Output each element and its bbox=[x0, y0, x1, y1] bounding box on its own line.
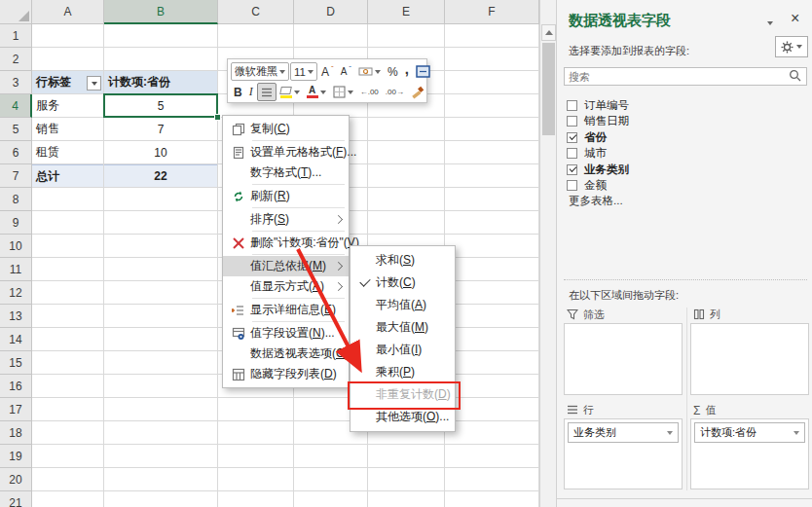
menu-item[interactable]: 隐藏字段列表(D) bbox=[223, 364, 349, 384]
field-item-销售日期[interactable]: 销售日期 bbox=[567, 114, 629, 129]
menu-item[interactable]: 复制(C) bbox=[223, 119, 349, 139]
row-header-17[interactable]: 17 bbox=[0, 398, 32, 421]
values-field-pill[interactable]: 计数项:省份 bbox=[694, 422, 805, 443]
submenu-item[interactable]: 平均值(A) bbox=[351, 294, 455, 316]
more-tables-link[interactable]: 更多表格... bbox=[569, 194, 623, 208]
row-header-7[interactable]: 7 bbox=[0, 164, 32, 188]
field-checkbox[interactable] bbox=[567, 180, 577, 191]
columns-drop-area[interactable] bbox=[690, 323, 809, 395]
column-header-B[interactable]: B bbox=[104, 0, 218, 24]
field-list-options-button[interactable] bbox=[775, 36, 808, 57]
row-labels-filter-button[interactable] bbox=[87, 76, 101, 91]
scrollbar-thumb[interactable] bbox=[542, 43, 555, 135]
grow-font-button[interactable]: Aˆ bbox=[318, 62, 337, 81]
column-header-F[interactable]: F bbox=[445, 0, 539, 24]
fill-color-button[interactable] bbox=[277, 83, 303, 101]
row-header-4[interactable]: 4 bbox=[0, 94, 32, 118]
row-header-5[interactable]: 5 bbox=[0, 118, 32, 141]
field-checkbox[interactable] bbox=[567, 132, 577, 143]
decrease-decimal-button[interactable]: .00→ bbox=[383, 83, 407, 101]
format-painter-button[interactable] bbox=[408, 83, 427, 101]
column-header-D[interactable]: D bbox=[294, 0, 368, 24]
row-header-1[interactable]: 1 bbox=[0, 24, 32, 48]
menu-item[interactable]: 刷新(R) bbox=[223, 186, 349, 206]
column-header-A[interactable]: A bbox=[32, 0, 104, 24]
select-all-corner[interactable] bbox=[0, 0, 32, 24]
field-checkbox[interactable] bbox=[567, 100, 577, 111]
row-header-6[interactable]: 6 bbox=[0, 141, 32, 164]
column-header-E[interactable]: E bbox=[368, 0, 445, 24]
pivot-row-value-1[interactable]: 5 bbox=[104, 94, 217, 117]
rows-field-pill[interactable]: 业务类别 bbox=[568, 422, 679, 443]
field-item-金额[interactable]: 金额 bbox=[567, 178, 607, 194]
field-checkbox[interactable] bbox=[567, 116, 577, 127]
row-header-16[interactable]: 16 bbox=[0, 375, 32, 398]
menu-item[interactable]: 排序(S) bbox=[223, 209, 349, 230]
values-drop-area[interactable]: 计数项:省份 bbox=[690, 418, 809, 489]
row-header-15[interactable]: 15 bbox=[0, 351, 32, 375]
vertical-scrollbar[interactable] bbox=[539, 0, 556, 507]
row-header-9[interactable]: 9 bbox=[0, 211, 32, 235]
field-item-业务类别[interactable]: 业务类别 bbox=[567, 162, 629, 177]
fill-handle[interactable] bbox=[214, 114, 221, 121]
field-item-省份[interactable]: 省份 bbox=[567, 129, 607, 145]
menu-item[interactable]: 删除"计数项:省份"(V) bbox=[223, 233, 349, 253]
scrollbar-up-button[interactable] bbox=[541, 24, 556, 41]
submenu-item[interactable]: 非重复计数(D) bbox=[351, 383, 455, 406]
panel-chevron-down-icon[interactable] bbox=[767, 21, 773, 25]
center-align-button[interactable] bbox=[257, 83, 277, 101]
row-header-20[interactable]: 20 bbox=[0, 468, 32, 491]
shrink-font-button[interactable]: Aˇ bbox=[338, 62, 354, 81]
menu-item[interactable]: 显示详细信息(E) bbox=[223, 300, 349, 320]
menu-item[interactable]: 值显示方式(A) bbox=[223, 276, 349, 297]
field-item-城市[interactable]: 城市 bbox=[567, 146, 607, 162]
menu-item[interactable]: 数字格式(T)... bbox=[223, 163, 349, 183]
pivot-total-label[interactable]: 总计 bbox=[32, 164, 103, 187]
row-header-2[interactable]: 2 bbox=[0, 48, 32, 71]
menu-item[interactable]: 值汇总依据(M) bbox=[223, 256, 349, 276]
field-checkbox[interactable] bbox=[567, 164, 577, 175]
filters-drop-area[interactable] bbox=[564, 323, 683, 395]
row-header-13[interactable]: 13 bbox=[0, 305, 32, 328]
menu-item[interactable]: 值字段设置(N)... bbox=[223, 323, 349, 344]
submenu-item[interactable]: 最大值(M) bbox=[351, 316, 455, 339]
font-size-select[interactable]: 11 bbox=[290, 62, 317, 81]
row-header-10[interactable]: 10 bbox=[0, 235, 32, 258]
field-checkbox[interactable] bbox=[567, 148, 577, 159]
column-header-C[interactable]: C bbox=[218, 0, 294, 24]
pivot-row-label-2[interactable]: 销售 bbox=[32, 118, 103, 140]
menu-item[interactable]: 设置单元格格式(F)... bbox=[223, 142, 349, 163]
font-name-select[interactable]: 微软雅黑 bbox=[231, 62, 289, 81]
pivot-total-value[interactable]: 22 bbox=[104, 164, 217, 187]
pivot-row-label-1[interactable]: 服务 bbox=[32, 94, 103, 117]
rows-drop-area[interactable]: 业务类别 bbox=[564, 418, 683, 489]
comma-style-button[interactable]: , bbox=[402, 62, 412, 81]
row-header-11[interactable]: 11 bbox=[0, 258, 32, 281]
row-header-21[interactable]: 21 bbox=[0, 491, 32, 507]
percent-style-button[interactable]: % bbox=[385, 62, 401, 81]
italic-button[interactable]: I bbox=[246, 83, 256, 101]
pivot-row-label-3[interactable]: 租赁 bbox=[32, 141, 103, 163]
close-icon[interactable]: × bbox=[791, 10, 799, 27]
borders-button[interactable] bbox=[330, 83, 356, 101]
submenu-item[interactable]: 其他选项(O)... bbox=[351, 406, 455, 428]
menu-item[interactable]: 数据透视表选项(O)... bbox=[223, 344, 349, 364]
row-header-3[interactable]: 3 bbox=[0, 71, 32, 94]
search-input[interactable] bbox=[565, 71, 789, 83]
row-header-8[interactable]: 8 bbox=[0, 188, 32, 211]
submenu-item[interactable]: 最小值(I) bbox=[351, 339, 455, 361]
submenu-item[interactable]: 求和(S) bbox=[351, 249, 455, 272]
submenu-item[interactable]: 乘积(P) bbox=[351, 361, 455, 383]
accounting-format-button[interactable] bbox=[355, 62, 384, 81]
row-header-18[interactable]: 18 bbox=[0, 421, 32, 445]
submenu-item[interactable]: 计数(C) bbox=[351, 272, 455, 294]
font-color-button[interactable]: A bbox=[304, 83, 329, 101]
pivot-header-count-field[interactable]: 计数项:省份 bbox=[104, 71, 217, 93]
increase-decimal-button[interactable]: ←.00 bbox=[357, 83, 382, 101]
pivot-row-value-2[interactable]: 7 bbox=[104, 118, 217, 140]
row-header-12[interactable]: 12 bbox=[0, 281, 32, 305]
row-header-19[interactable]: 19 bbox=[0, 445, 32, 468]
row-header-14[interactable]: 14 bbox=[0, 328, 32, 351]
pivot-row-value-3[interactable]: 10 bbox=[104, 141, 217, 163]
bold-button[interactable]: B bbox=[231, 83, 245, 101]
